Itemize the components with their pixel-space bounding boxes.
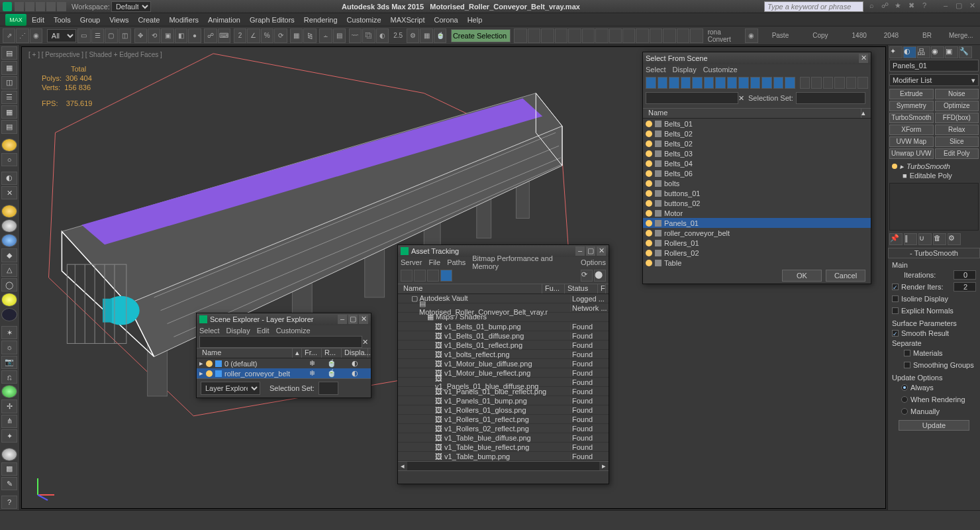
x-icon[interactable]: ✕ [1,186,17,199]
list-item[interactable]: Rollers_02 [643,248,871,258]
paint-icon[interactable]: ✎ [1,477,17,490]
material-editor-icon[interactable]: ◐ [376,28,389,43]
modifier-stack[interactable]: ▸TurboSmooth ■Editable Poly [888,160,980,182]
asset-list[interactable]: ▢ Autodesk VaultLogged ...▤ Motorised_Ro… [398,294,609,461]
menu-edit[interactable]: Edit [32,16,44,24]
sfs-tb3-icon[interactable] [669,77,679,89]
at-menu-options[interactable]: Options [581,258,606,266]
t6-icon[interactable] [582,28,595,43]
shape-icon[interactable]: ◐ [1,172,17,185]
asset-row[interactable]: ▤ Motorised_Roller_Conveyor_Belt_vray.ma… [398,303,609,313]
always-radio[interactable] [901,384,908,391]
menu-modifiers[interactable]: Modifiers [169,16,199,24]
helper-icon[interactable]: ✢ [1,399,17,413]
sphere-gold-icon[interactable] [1,205,17,218]
t7-icon[interactable] [595,28,608,43]
mod-relax[interactable]: Relax [935,125,979,135]
update-button[interactable]: Update [899,420,969,431]
menu-animation[interactable]: Animation [208,16,240,24]
sfs-tb17-icon[interactable] [834,77,845,89]
sfs-tb12-icon[interactable] [773,77,784,89]
menu-rendering[interactable]: Rendering [304,16,338,24]
mod-optimize[interactable]: Optimize [935,101,979,111]
manipulate-icon[interactable]: ☍ [204,28,217,43]
at-menu-bitmap[interactable]: Bitmap Performance and Memory [472,254,574,270]
mod-xform[interactable]: XForm [889,125,934,135]
menu-create[interactable]: Create [138,16,160,24]
mod-turbosmooth[interactable]: TurboSmooth [889,113,934,123]
display-tab-icon[interactable]: ▣ [945,46,958,58]
keyboard-shortcut-icon[interactable]: ⌨ [218,28,230,43]
sfs-tb8-icon[interactable] [727,77,738,89]
isoline-check[interactable] [892,295,899,302]
camera-icon[interactable]: 📷 [1,356,17,369]
sphere-grey-icon[interactable] [1,448,17,461]
close-icon[interactable]: ✕ [859,54,868,63]
asset-row[interactable]: 🖼 v1_Rollers_02_reflect.pngFound [398,424,609,433]
selection-filter-combo[interactable]: All [47,29,76,42]
maximize-icon[interactable]: ▢ [586,246,595,256]
clear-filter-icon[interactable]: ✕ [738,94,744,103]
close-icon[interactable]: ✕ [359,315,368,324]
schematic-icon[interactable]: ⿻ [362,28,375,43]
se-menu-customize[interactable]: Customize [276,327,311,335]
bone-icon[interactable]: ⎌ [1,370,17,384]
t1-icon[interactable] [514,28,526,43]
layer-icon[interactable]: ▤ [333,28,346,43]
asset-row[interactable]: 🖼 v1_Panels_01_bump.pngFound [398,396,609,405]
restore-icon[interactable]: ▢ [954,1,964,12]
sphere-blue-icon[interactable] [1,234,17,247]
list-item[interactable]: Belts_01 [643,119,871,129]
align-icon[interactable]: ⫠ [319,28,332,43]
t11-icon[interactable] [650,28,662,43]
sfs-menu-display[interactable]: Display [673,66,697,74]
sfs-tb19-icon[interactable] [858,77,868,89]
cone-icon[interactable]: △ [1,264,17,277]
ref-coord-icon[interactable]: ◧ [175,28,187,43]
sfs-tb9-icon[interactable] [738,77,749,89]
se-list[interactable]: ▸0 (default)❄🍵◐▸roller_conveyor_belt❄🍵◐ [197,358,371,378]
question-icon[interactable]: ? [1,496,17,509]
render-icon[interactable]: 🍵 [434,28,446,43]
light-icon[interactable]: ☼ [1,341,17,354]
smoothgroups-check[interactable] [904,362,910,368]
t9-icon[interactable] [622,28,635,43]
cancel-button[interactable]: Cancel [826,270,865,282]
snap-percent-icon[interactable]: % [261,28,273,43]
sfs-tb14-icon[interactable] [800,77,810,89]
asset-row[interactable]: 🖼 v1_Rollers_01_reflect.pngFound [398,415,609,424]
layer-explorer-combo[interactable]: Layer Explorer [201,382,260,395]
iterations-spinner[interactable]: 0 [954,270,976,280]
t13-icon[interactable] [677,28,689,43]
curve-editor-icon[interactable]: 〰 [349,28,362,43]
asset-row[interactable]: 🖼 v1_Panels_01_blue_diffuse.pngFound [398,378,609,387]
se-menu-edit[interactable]: Edit [257,327,270,335]
paste-label[interactable]: Paste [772,32,789,39]
window-crossing-icon[interactable]: ◫ [119,28,131,43]
modifier-list-combo[interactable]: Modifier List▾ [889,74,979,86]
calendar-icon[interactable]: ▤ [1,120,17,133]
workspace-combo[interactable]: Default [111,1,151,12]
minimize-icon[interactable]: – [338,315,347,324]
snap-angle-icon[interactable]: ∠ [247,28,260,43]
sfs-tb18-icon[interactable] [846,77,857,89]
asset-row[interactable]: 🖼 v1_Panels_01_blue_reflect.pngFound [398,387,609,396]
sfs-menu-customize[interactable]: Customize [703,66,738,74]
sfs-list[interactable]: Belts_01Belts_02Belts_02Belts_03Belts_04… [643,119,871,268]
render-frame-icon[interactable]: ▦ [420,28,432,43]
sfs-tb6-icon[interactable] [704,77,714,89]
select-name-icon[interactable]: ☰ [91,28,104,43]
sfs-menu-select[interactable]: Select [646,66,666,74]
explicit-check[interactable] [892,307,899,314]
create-tab-icon[interactable]: ✦ [889,46,903,58]
at-menu-paths[interactable]: Paths [447,258,466,266]
t14-icon[interactable] [690,28,703,43]
sfs-tb4-icon[interactable] [681,77,691,89]
rollout-turbosmooth[interactable]: - TurboSmooth [888,248,980,258]
clear-filter-icon[interactable]: ✕ [362,338,368,346]
at-tb4-icon[interactable] [440,270,452,282]
sfs-tb1-icon[interactable] [646,77,656,89]
at-menu-file[interactable]: File [428,258,440,266]
mod-extrude[interactable]: Extrude [889,89,934,99]
at-tb3-icon[interactable] [427,270,439,282]
